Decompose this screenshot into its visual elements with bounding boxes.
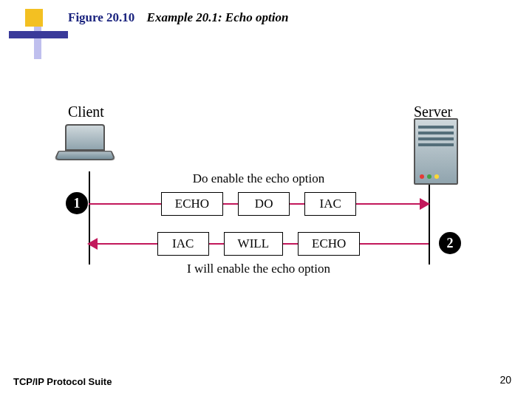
diagram: Client Server Do enable the echo option … — [44, 89, 488, 296]
packet-row-2: IAC WILL ECHO — [89, 231, 429, 257]
packet-cell: IAC — [304, 192, 356, 216]
figure-number: Figure 20.10 — [68, 10, 134, 24]
footer-source: TCP/IP Protocol Suite — [13, 376, 112, 387]
slide-decoration — [9, 9, 72, 53]
server-lifeline — [429, 185, 430, 265]
packet-cell: IAC — [157, 232, 209, 256]
step-badge-2: 2 — [439, 232, 461, 254]
packet-cell: DO — [238, 192, 290, 216]
client-label: Client — [68, 103, 104, 120]
packet-cell: WILL — [224, 232, 283, 256]
packet-cell: ECHO — [161, 192, 223, 216]
packet-row-1: ECHO DO IAC — [89, 191, 429, 217]
message-response-text: I will enable the echo option — [89, 262, 429, 276]
step-badge-1: 1 — [66, 192, 88, 214]
figure-subtitle: Example 20.1: Echo option — [147, 10, 289, 24]
page-number: 20 — [499, 374, 511, 386]
client-icon — [52, 124, 118, 168]
figure-title: Figure 20.10 Example 20.1: Echo option — [68, 10, 288, 25]
packet-cell: ECHO — [298, 232, 360, 256]
message-request-text: Do enable the echo option — [89, 171, 429, 186]
